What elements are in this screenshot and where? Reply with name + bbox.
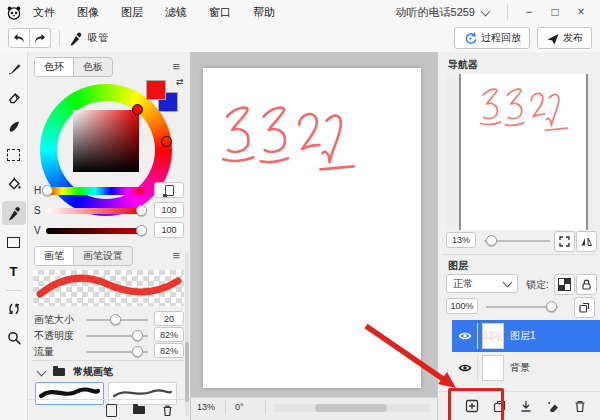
menu-filter[interactable]: 滤镜 — [154, 5, 198, 20]
annotation-highlight-box — [448, 388, 504, 420]
saturation-value[interactable]: 100 — [154, 202, 184, 218]
hue-selector[interactable] — [161, 136, 172, 147]
tab-color-wheel[interactable]: 色环 — [35, 58, 73, 76]
navigator-zoom-handle[interactable] — [486, 235, 497, 246]
menu-window[interactable]: 窗口 — [198, 5, 242, 20]
value-slider-handle[interactable] — [136, 225, 147, 236]
layer-opacity-value[interactable]: 100% — [446, 298, 478, 314]
fill-tool-button[interactable] — [2, 172, 26, 196]
blend-mode-select[interactable]: 正常 — [446, 274, 518, 293]
rotate-tool-button[interactable] — [2, 297, 26, 321]
new-folder-button[interactable] — [133, 406, 145, 414]
color-panel-menu-icon[interactable]: ≡ — [172, 60, 180, 73]
fit-screen-button[interactable] — [554, 231, 575, 252]
flow-handle[interactable] — [132, 346, 143, 357]
layer1-thumbnail[interactable] — [482, 323, 504, 349]
saturation-label: S — [34, 205, 41, 216]
canvas[interactable] — [203, 68, 421, 388]
layer-row-layer1[interactable]: 图层1 — [452, 320, 600, 352]
merge-down-icon — [519, 399, 533, 413]
paint-bucket-icon — [6, 176, 22, 192]
opacity-handle[interactable] — [132, 330, 143, 341]
menu-image[interactable]: 图像 — [66, 5, 110, 20]
canvas-rotation-value[interactable]: 0° — [235, 402, 244, 412]
layer-row-background[interactable]: 背景 — [452, 352, 600, 384]
brush-panel-menu-icon[interactable]: ≡ — [172, 249, 180, 262]
process-replay-button[interactable]: 过程回放 — [454, 27, 530, 49]
delete-brush-button[interactable] — [161, 404, 174, 417]
background-thumbnail[interactable] — [482, 355, 504, 381]
zoom-tool-button[interactable] — [2, 326, 26, 350]
flip-horizontal-button[interactable] — [576, 231, 597, 252]
foreground-color-swatch[interactable] — [146, 80, 166, 100]
visibility-eye-icon[interactable] — [458, 331, 472, 341]
tab-color-swatches[interactable]: 色板 — [73, 58, 112, 76]
tab-brush[interactable]: 画笔 — [35, 247, 73, 265]
merge-down-button[interactable] — [518, 398, 534, 414]
hue-slider-handle[interactable] — [42, 185, 53, 196]
maximize-button[interactable]: □ — [542, 5, 568, 19]
brush-folder-row[interactable]: 常规画笔 — [38, 365, 113, 379]
visibility-eye-icon[interactable] — [458, 363, 472, 373]
text-tool-button[interactable]: T — [2, 259, 26, 283]
canvas-h-scroll-thumb[interactable] — [315, 404, 387, 412]
document-title: 动听的电话5259 — [396, 5, 475, 20]
canvas-h-scrollbar[interactable] — [273, 404, 431, 412]
minimize-button[interactable]: − — [516, 5, 542, 19]
smudge-tool-button[interactable] — [2, 114, 26, 138]
tab-brush-settings[interactable]: 画笔设置 — [73, 247, 132, 265]
title-chevron-down-icon[interactable] — [481, 6, 491, 16]
hue-slider-row: H — [34, 182, 184, 200]
main-toolbar: 吸管 过程回放 发布 — [0, 24, 600, 53]
sv-selector[interactable] — [132, 104, 143, 115]
hue-paste-button[interactable] — [154, 182, 184, 198]
saturation-slider-row: S 100 — [34, 202, 184, 220]
clipping-mask-button[interactable] — [574, 297, 595, 318]
delete-layer-button[interactable] — [572, 398, 588, 414]
brush-stroke-image — [33, 270, 184, 306]
layer1-name: 图层1 — [510, 329, 536, 343]
eyedropper-tool-button[interactable] — [2, 201, 26, 225]
lock-alpha-button[interactable] — [554, 274, 575, 295]
close-button[interactable]: × — [568, 5, 594, 19]
hue-slider-track[interactable] — [46, 187, 144, 195]
chevron-down-icon[interactable] — [37, 366, 47, 376]
layers-title: 图层 — [448, 259, 468, 273]
navigator-title: 导航器 — [448, 58, 478, 72]
shape-tool-button[interactable] — [2, 230, 26, 254]
rotate-canvas-icon — [6, 301, 22, 317]
undo-button[interactable] — [8, 28, 30, 48]
smudge-icon — [6, 118, 22, 134]
value-slider-track[interactable] — [46, 228, 144, 234]
left-panel-scrollbar[interactable] — [185, 252, 189, 416]
app-window: 文件 图像 图层 滤镜 窗口 帮助 动听的电话5259 − □ × 吸管 — [0, 0, 600, 420]
saturation-slider-handle[interactable] — [136, 205, 147, 216]
menu-layer[interactable]: 图层 — [110, 5, 154, 20]
brush-size-value[interactable]: 20 — [154, 311, 184, 326]
select-tool-button[interactable] — [2, 143, 26, 167]
swap-colors-icon[interactable]: ⇄ — [176, 77, 184, 87]
new-brush-button[interactable] — [106, 404, 117, 417]
value-value[interactable]: 100 — [154, 222, 184, 238]
navigator-preview[interactable] — [446, 74, 593, 230]
brush-tool-button[interactable] — [2, 56, 26, 80]
layer-opacity-handle[interactable] — [546, 301, 557, 312]
brush-size-handle[interactable] — [110, 314, 121, 325]
flow-value[interactable]: 82% — [154, 343, 184, 358]
color-brush-panel: 色环 色板 ≡ ⇄ H S 100 — [28, 52, 191, 420]
menu-file[interactable]: 文件 — [22, 5, 66, 20]
lock-layer-button[interactable] — [576, 274, 597, 295]
eraser-tool-button[interactable] — [2, 85, 26, 109]
saturation-value-picker[interactable] — [73, 110, 139, 172]
navigator-zoom-value[interactable]: 13% — [446, 232, 476, 248]
clear-layer-button[interactable] — [545, 398, 561, 414]
flip-horizontal-icon — [580, 235, 593, 248]
navigator-canvas-right-edge — [586, 74, 588, 230]
publish-button[interactable]: 发布 — [537, 27, 592, 49]
saturation-slider-track[interactable] — [46, 208, 144, 214]
redo-button[interactable] — [30, 28, 51, 48]
menu-help[interactable]: 帮助 — [242, 5, 286, 20]
opacity-value[interactable]: 82% — [154, 327, 184, 342]
left-panel-scroll-thumb[interactable] — [185, 342, 189, 402]
canvas-zoom-value[interactable]: 13% — [197, 402, 215, 412]
